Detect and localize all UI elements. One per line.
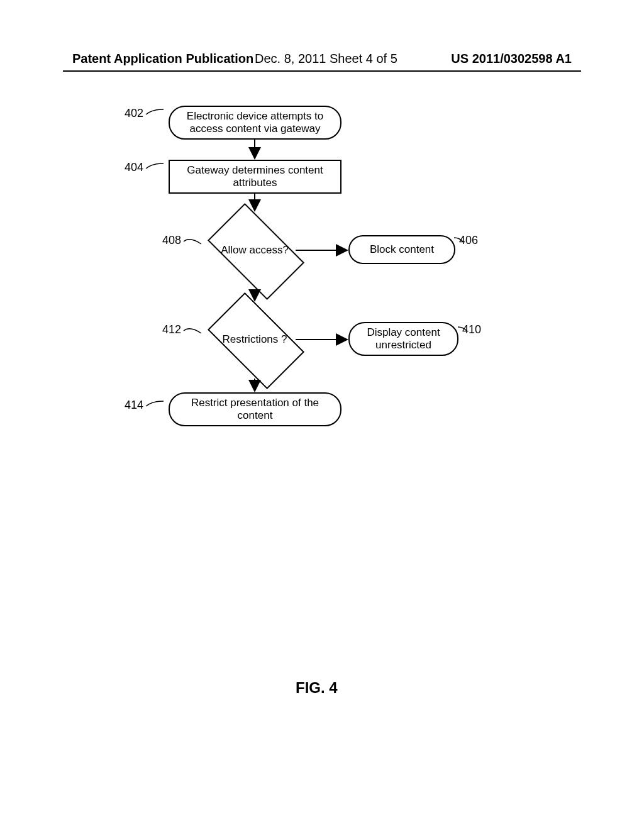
node-414-restrict: Restrict presentation of the content — [169, 392, 341, 426]
node-404-process: Gateway determines content attributes — [169, 160, 341, 194]
page: Patent Application Publication Dec. 8, 2… — [0, 0, 644, 830]
header-left: Patent Application Publication — [72, 52, 253, 66]
ref-404: 404 — [125, 161, 143, 174]
header-right: US 2011/0302598 A1 — [451, 52, 572, 66]
ref-414: 414 — [125, 399, 143, 412]
node-402-start: Electronic device attempts to access con… — [169, 106, 341, 140]
ref-402: 402 — [125, 107, 143, 120]
node-408-text: Allow access? — [221, 244, 289, 257]
node-412-text-wrap: Restrictions ? — [214, 314, 296, 365]
ref-408: 408 — [162, 234, 181, 247]
header-mid: Dec. 8, 2011 Sheet 4 of 5 — [255, 52, 397, 66]
node-406-block: Block content — [348, 235, 455, 264]
node-414-text: Restrict presentation of the content — [176, 397, 334, 423]
node-410-display: Display content unrestricted — [348, 322, 458, 356]
ref-410: 410 — [462, 323, 481, 336]
node-410-text: Display content unrestricted — [356, 326, 451, 352]
node-404-text: Gateway determines content attributes — [176, 164, 334, 190]
ref-412: 412 — [162, 323, 181, 336]
node-402-text: Electronic device attempts to access con… — [176, 110, 334, 136]
node-406-text: Block content — [370, 243, 434, 256]
node-408-text-wrap: Allow access? — [214, 225, 296, 275]
header-rule — [63, 70, 581, 72]
ref-406: 406 — [459, 234, 478, 247]
node-412-text: Restrictions ? — [223, 333, 287, 346]
figure-label: FIG. 4 — [296, 679, 338, 697]
